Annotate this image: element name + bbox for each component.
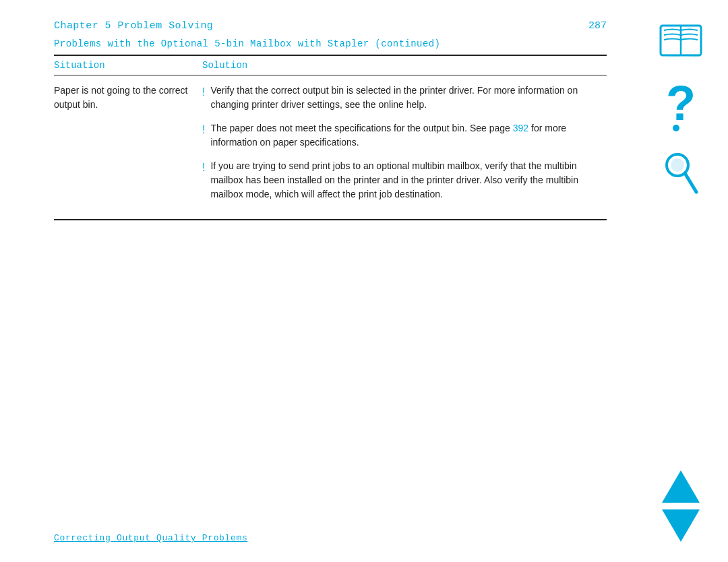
arrow-up-icon[interactable] bbox=[662, 470, 700, 503]
bullet-mark-1: ! bbox=[202, 84, 205, 100]
table-header: Situation Solution bbox=[54, 56, 607, 75]
svg-text:?: ? bbox=[666, 81, 696, 130]
section-title: Problems with the Optional 5-bin Mailbox… bbox=[54, 38, 607, 49]
header-row: Chapter 5 Problem Solving 287 bbox=[54, 20, 607, 32]
solution-content: ! Verify that the correct output bin is … bbox=[202, 84, 607, 211]
bullet-text-1: Verify that the correct output bin is se… bbox=[210, 84, 607, 112]
col-solution-header: Solution bbox=[202, 60, 607, 71]
col-situation-header: Situation bbox=[54, 60, 202, 71]
bullet-mark-3: ! bbox=[202, 160, 205, 176]
bullet-item-3: ! If you are trying to send print jobs t… bbox=[202, 159, 607, 201]
table-row: Paper is not going to the correct output… bbox=[54, 75, 607, 219]
bullet-item-1: ! Verify that the correct output bin is … bbox=[202, 84, 607, 112]
svg-point-6 bbox=[671, 158, 684, 172]
book-icon[interactable] bbox=[657, 20, 704, 61]
situation-text: Paper is not going to the correct output… bbox=[54, 84, 202, 211]
arrow-down-icon[interactable] bbox=[662, 509, 700, 542]
bullet-mark-2: ! bbox=[202, 122, 205, 138]
chapter-title: Chapter 5 Problem Solving bbox=[54, 20, 213, 32]
problem-table: Situation Solution Paper is not going to… bbox=[54, 55, 607, 220]
svg-point-3 bbox=[673, 125, 679, 131]
bullet-item-2: ! The paper does not meet the specificat… bbox=[202, 121, 607, 150]
main-content: Chapter 5 Problem Solving 287 Problems w… bbox=[0, 0, 634, 562]
sidebar: ? bbox=[634, 0, 728, 562]
page-392-link[interactable]: 392 bbox=[513, 123, 528, 133]
nav-arrows bbox=[662, 470, 700, 542]
bullet-text-3: If you are trying to send print jobs to … bbox=[210, 159, 607, 201]
svg-line-5 bbox=[685, 173, 696, 192]
question-icon[interactable]: ? bbox=[663, 81, 700, 131]
bullet-text-2: The paper does not meet the specificatio… bbox=[210, 121, 607, 150]
magnify-icon[interactable] bbox=[663, 152, 700, 199]
footer-link[interactable]: Correcting Output Quality Problems bbox=[54, 533, 247, 543]
page-number: 287 bbox=[588, 20, 607, 32]
